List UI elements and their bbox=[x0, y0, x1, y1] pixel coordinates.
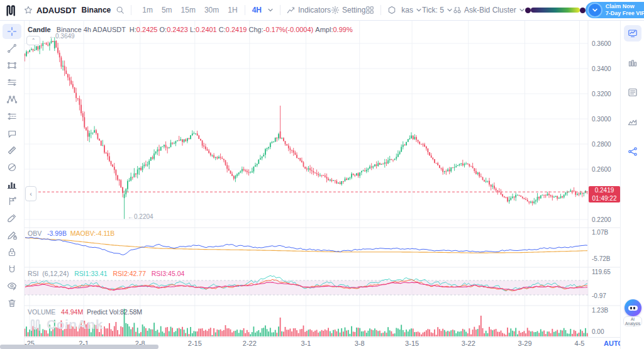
timeframe-group: 1m5m15m30m1H4H bbox=[138, 5, 266, 15]
timeframe-4H[interactable]: 4H bbox=[252, 6, 262, 14]
chart-canvas[interactable] bbox=[0, 0, 644, 349]
chevron-down-icon bbox=[447, 7, 453, 13]
brush-tool[interactable] bbox=[3, 211, 21, 226]
symbol-name[interactable]: ADAUSDT bbox=[36, 6, 77, 15]
mountain-chart-button[interactable] bbox=[624, 114, 641, 130]
eraser-tool[interactable] bbox=[3, 160, 21, 175]
top-toolbar: ADAUSDT Binance 1m5m15m30m1H4H Indicator… bbox=[0, 0, 644, 21]
chart-bars-tool-icon bbox=[7, 179, 17, 189]
pencil-lock-tool-icon bbox=[7, 230, 17, 240]
ai-analysis-label: AI Analysis bbox=[623, 316, 642, 326]
mountain-chart-icon bbox=[628, 117, 638, 127]
magnet-tool-icon bbox=[7, 264, 17, 274]
heatmap-gradient-left-dot[interactable] bbox=[525, 8, 531, 13]
vip-line2: 7-Day Free VIP Trial bbox=[606, 10, 644, 17]
pencil-lock-tool[interactable] bbox=[3, 228, 21, 243]
ruler-tool-icon bbox=[7, 145, 17, 155]
trash-tool[interactable] bbox=[3, 296, 21, 311]
coinank-logo-icon[interactable] bbox=[0, 3, 24, 17]
eye-edit-tool[interactable] bbox=[3, 279, 21, 294]
flag-tool-icon bbox=[7, 196, 17, 206]
share-button[interactable] bbox=[624, 143, 641, 160]
rectangle-tool-icon bbox=[7, 60, 17, 70]
trash-tool-icon bbox=[7, 298, 17, 308]
gear-icon bbox=[331, 6, 340, 14]
xabcd-pattern-tool-icon bbox=[7, 94, 17, 104]
divider bbox=[280, 5, 280, 15]
callout-tool-icon bbox=[7, 128, 17, 138]
time-axis-label: 3-15 bbox=[405, 340, 419, 347]
coin-select[interactable]: kas bbox=[387, 6, 422, 14]
time-axis-label: 4-5 bbox=[575, 340, 585, 347]
rectangle-tool[interactable] bbox=[3, 58, 21, 73]
column-chart-icon bbox=[628, 58, 638, 68]
trendline-tool-icon bbox=[7, 43, 17, 53]
ruler-tool[interactable] bbox=[3, 143, 21, 158]
timeframe-1H[interactable]: 1H bbox=[228, 6, 237, 14]
timeframe-15m[interactable]: 15m bbox=[181, 6, 196, 14]
timeframe-chevron-down-icon[interactable] bbox=[267, 7, 274, 13]
time-axis-label: 3-29 bbox=[518, 340, 532, 347]
parallel-lines-tool[interactable] bbox=[3, 75, 21, 90]
eraser-tool-icon bbox=[7, 162, 17, 172]
list-icon bbox=[628, 87, 638, 97]
binoculars-icon bbox=[453, 6, 462, 14]
vip-badge-icon bbox=[587, 3, 602, 18]
divider bbox=[245, 5, 245, 15]
chart-bars-tool[interactable] bbox=[3, 177, 21, 192]
time-axis-label: 3-1 bbox=[301, 340, 311, 347]
indicators-button[interactable]: Indicators bbox=[287, 6, 331, 14]
indicators-icon bbox=[287, 6, 296, 14]
vip-trial-button[interactable]: Claim Now 7-Day Free VIP Trial bbox=[586, 2, 644, 18]
callout-tool[interactable] bbox=[3, 126, 21, 141]
exchange-name[interactable]: Binance bbox=[82, 6, 111, 14]
time-axis-label: 2-15 bbox=[188, 340, 202, 347]
divider bbox=[131, 5, 131, 15]
lock-tool[interactable] bbox=[3, 245, 21, 260]
ai-analysis-button[interactable]: AI Analysis bbox=[623, 299, 642, 328]
parallel-lines-tool-icon bbox=[7, 77, 17, 87]
timeframe-30m[interactable]: 30m bbox=[204, 6, 219, 14]
eye-edit-tool-icon bbox=[7, 281, 17, 291]
time-axis-label: 3-8 bbox=[355, 340, 365, 347]
magnet-tool[interactable] bbox=[3, 262, 21, 277]
trendline-tool[interactable] bbox=[3, 41, 21, 56]
crosshair-tool-icon bbox=[7, 26, 17, 36]
favorite-star-icon[interactable] bbox=[24, 6, 33, 14]
flag-tool[interactable] bbox=[3, 194, 21, 209]
ask-bid-cluster-select[interactable]: Ask-Bid Cluster bbox=[453, 6, 525, 14]
brush-tool-icon bbox=[7, 213, 17, 223]
timeframe-1m[interactable]: 1m bbox=[142, 6, 153, 14]
chart-panel-button[interactable] bbox=[624, 25, 641, 42]
drawing-toolbar bbox=[0, 20, 25, 349]
scroll-left-button[interactable]: ‹ bbox=[25, 186, 36, 201]
setting-button[interactable]: Setting bbox=[331, 6, 365, 14]
list-button[interactable] bbox=[624, 84, 641, 101]
share-icon bbox=[628, 147, 638, 157]
timeframe-5m[interactable]: 5m bbox=[162, 6, 172, 14]
fib-tool[interactable] bbox=[3, 109, 21, 124]
divider bbox=[380, 5, 381, 15]
time-axis-label: 2-22 bbox=[243, 340, 257, 347]
chevron-down-icon bbox=[519, 7, 525, 13]
lock-tool-icon bbox=[7, 247, 17, 257]
tick-select[interactable]: Tick: 5 bbox=[422, 6, 453, 14]
layout-grid-icon[interactable] bbox=[365, 6, 374, 14]
horizontal-scrollbar[interactable] bbox=[0, 345, 158, 349]
xabcd-pattern-tool[interactable] bbox=[3, 92, 21, 107]
time-axis-label: 3-22 bbox=[462, 340, 475, 347]
collapse-legend-button[interactable]: ⌃ bbox=[26, 36, 40, 45]
chart-panel-icon bbox=[628, 28, 638, 38]
vip-line1: Claim Now bbox=[606, 3, 644, 10]
fib-tool-icon bbox=[7, 111, 17, 121]
column-chart-button[interactable] bbox=[624, 55, 641, 71]
indicator-lines-layer bbox=[25, 192, 588, 291]
search-icon[interactable] bbox=[116, 6, 125, 14]
crosshair-tool[interactable] bbox=[3, 24, 21, 39]
chevron-down-icon bbox=[416, 7, 422, 13]
heatmap-gradient-right-dot[interactable] bbox=[580, 8, 586, 13]
right-sidebar: AI Analysis bbox=[620, 20, 644, 349]
ai-robot-icon bbox=[625, 299, 641, 316]
heatmap-gradient-bar[interactable] bbox=[531, 8, 580, 13]
coin-hexagon-icon bbox=[387, 6, 396, 14]
